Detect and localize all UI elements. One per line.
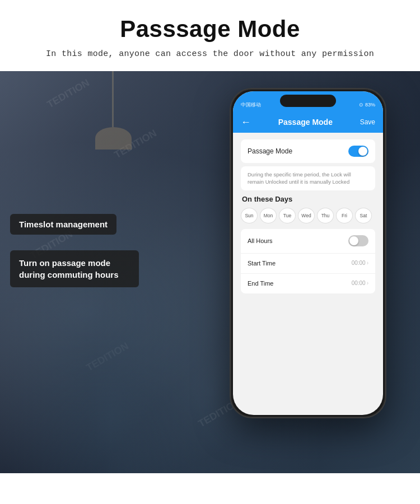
start-time-value: 00:00 ›	[352, 260, 368, 266]
day-wed[interactable]: Wed	[298, 208, 315, 223]
passage-mode-row: Passage Mode	[241, 139, 375, 163]
description-text: During the specific time period, the Loc…	[248, 171, 368, 186]
phone-screen: 中国移动 ⊙ 83% ← Passage Mode Save Passage M…	[233, 91, 383, 415]
end-time-chevron: ›	[367, 280, 368, 286]
phone-frame: 中国移动 ⊙ 83% ← Passage Mode Save Passage M…	[230, 88, 386, 418]
end-time-label: End Time	[248, 280, 273, 287]
timeslot-label: Timeslot management	[10, 214, 116, 235]
time-group: All Hours Start Time 00:00 ›	[241, 229, 375, 293]
end-time-value: 00:00 ›	[352, 280, 368, 286]
nav-title: Passage Mode	[278, 118, 333, 127]
days-row: Sun Mon Tue Wed Thu Fri Sat	[241, 208, 375, 223]
ceiling-lamp	[112, 71, 114, 127]
page-subtitle: In this mode, anyone can access the door…	[22, 49, 398, 59]
description-box: During the specific time period, the Loc…	[241, 166, 375, 190]
day-sun[interactable]: Sun	[241, 208, 258, 223]
day-mon[interactable]: Mon	[260, 208, 277, 223]
start-time-chevron: ›	[367, 260, 368, 266]
all-hours-row: All Hours	[241, 229, 375, 253]
status-carrier: 中国移动	[241, 101, 261, 109]
status-right: ⊙ 83%	[359, 102, 375, 108]
top-section: Passsage Mode In this mode, anyone can a…	[0, 0, 420, 71]
phone-notch	[280, 95, 336, 107]
app-content: Passage Mode During the specific time pe…	[233, 133, 383, 302]
nav-save-button[interactable]: Save	[360, 118, 375, 126]
passage-label-box: Turn on passage mode during commuting ho…	[10, 250, 139, 287]
day-sat[interactable]: Sat	[355, 208, 372, 223]
day-fri[interactable]: Fri	[336, 208, 353, 223]
nav-bar: ← Passage Mode Save	[233, 111, 383, 133]
passage-mode-label: Passage Mode	[248, 147, 292, 155]
start-time-row[interactable]: Start Time 00:00 ›	[241, 254, 375, 273]
end-time-row[interactable]: End Time 00:00 ›	[241, 274, 375, 293]
all-hours-label: All Hours	[248, 237, 273, 244]
lamp-shade	[95, 127, 132, 150]
all-hours-toggle[interactable]	[348, 235, 368, 246]
day-tue[interactable]: Tue	[279, 208, 296, 223]
silhouette-area	[0, 193, 224, 473]
on-these-days-title: On these Days	[241, 195, 375, 203]
status-battery: ⊙ 83%	[359, 102, 375, 108]
nav-back-button[interactable]: ←	[241, 116, 251, 128]
page-title: Passsage Mode	[22, 16, 398, 43]
passage-mode-toggle[interactable]	[348, 146, 368, 157]
phone-mockup: 中国移动 ⊙ 83% ← Passage Mode Save Passage M…	[230, 88, 386, 418]
start-time-label: Start Time	[248, 260, 276, 267]
background-section: TEDITION TEDITION TEDITION TEDITION TEDI…	[0, 71, 420, 473]
day-thu[interactable]: Thu	[317, 208, 334, 223]
